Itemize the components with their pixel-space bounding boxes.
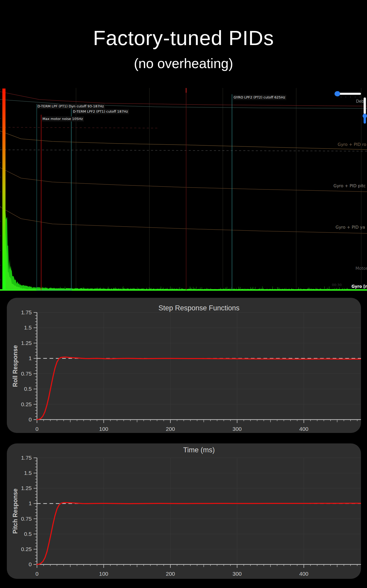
chart-title: Step Response Functions — [158, 304, 239, 312]
filter-cutoff-label: D-TERM LPF2 (PT1) cutoff 187Hz — [72, 109, 129, 114]
x-tick-label: 300 — [233, 426, 242, 432]
trace-label: Gyro [roll] — [351, 284, 367, 289]
step-response-curve — [37, 357, 361, 420]
y-tick-label: 1.25 — [21, 340, 32, 346]
y-tick-label: 0.5 — [24, 386, 32, 392]
spectrum-colorbar — [2, 89, 6, 291]
y-tick-label: 1.75 — [21, 455, 32, 461]
trace-label: Motor — [355, 266, 367, 271]
y-tick-label: 1.25 — [21, 485, 32, 491]
trace-gyro-yaw — [0, 207, 367, 233]
pitch-step-response-panel: 00.250.50.7511.251.51.750100200300400Tim… — [7, 443, 361, 579]
slider-track[interactable] — [337, 93, 361, 95]
roll-step-response-panel: 00.250.50.7511.251.51.750100200300400Ste… — [7, 298, 361, 433]
x-tick-label: 200 — [166, 571, 175, 577]
trace-label: Gyro + PID ro — [338, 142, 366, 147]
noise-spectrum-panel: D-TERM LPF (PT1) Dyn cutoff 93-187HzD-TE… — [0, 88, 367, 292]
filter-cutoff-label: GYRO LPF2 (PT2) cutoff 625Hz — [233, 95, 286, 100]
x-tick-label: 400 — [299, 571, 308, 577]
trace-label: Deb — [356, 99, 364, 104]
marker-range — [37, 104, 71, 290]
x-tick-label: 100 — [99, 571, 108, 577]
trace-label: Gyro + PID pitc — [333, 183, 366, 188]
y-tick-label: 0.5 — [24, 531, 32, 537]
y-tick-label: 0.25 — [21, 401, 32, 407]
y-tick-label: 0 — [29, 416, 32, 422]
y-tick-label: 1 — [29, 355, 32, 361]
pitch-step-response-plot: 00.250.50.7511.251.51.750100200300400Tim… — [7, 443, 361, 579]
x-tick-label: 400 — [299, 426, 308, 432]
y-tick-label: 1.75 — [21, 309, 32, 315]
y-tick-label: 1.5 — [24, 325, 32, 331]
roll-step-response-plot: 00.250.50.7511.251.51.750100200300400Ste… — [7, 298, 361, 433]
x-tick-label: 300 — [233, 571, 242, 577]
y-tick-label: 1.5 — [24, 470, 32, 476]
y-tick-label: 0.75 — [21, 516, 32, 522]
y-axis-label: Roll Response — [12, 345, 19, 387]
filter-cutoff-label: Max motor noise 105Hz — [42, 116, 84, 122]
x-tick-label: 0 — [35, 571, 39, 577]
trace-gyro-pitch — [0, 168, 367, 192]
trace-dashed-gray — [0, 150, 367, 151]
trace-dashed-red — [0, 127, 157, 128]
slider-ticks — [341, 96, 362, 98]
x-tick-label: 200 — [166, 426, 175, 432]
trace-gyro-roll — [0, 131, 367, 150]
page: Factory-tuned PIDs (no overheating) D-TE… — [0, 0, 367, 588]
step-response-curve — [37, 503, 361, 564]
y-tick-label: 0.25 — [21, 546, 32, 552]
vslider-track[interactable] — [364, 97, 366, 114]
y-tick-label: 0 — [29, 561, 32, 567]
y-tick-label: 1 — [29, 500, 32, 506]
x-tick-label: 0 — [35, 426, 39, 432]
filter-cutoff-label: D-TERM LPF (PT1) Dyn cutoff 93-187Hz — [37, 104, 105, 109]
x-tick-label: 100 — [99, 426, 108, 432]
slider-thumb[interactable] — [334, 91, 340, 96]
y-axis-label: Pitch Response — [12, 488, 19, 534]
chart-title: Time (ms) — [183, 446, 215, 454]
trace-label: Gyro + PID ya — [336, 225, 365, 230]
page-subtitle: (no overheating) — [0, 56, 367, 71]
trace-label: 00:30 — [332, 283, 342, 287]
y-tick-label: 0.75 — [21, 371, 32, 377]
vslider-thumb-stem[interactable] — [364, 116, 366, 124]
page-title: Factory-tuned PIDs — [0, 26, 367, 50]
